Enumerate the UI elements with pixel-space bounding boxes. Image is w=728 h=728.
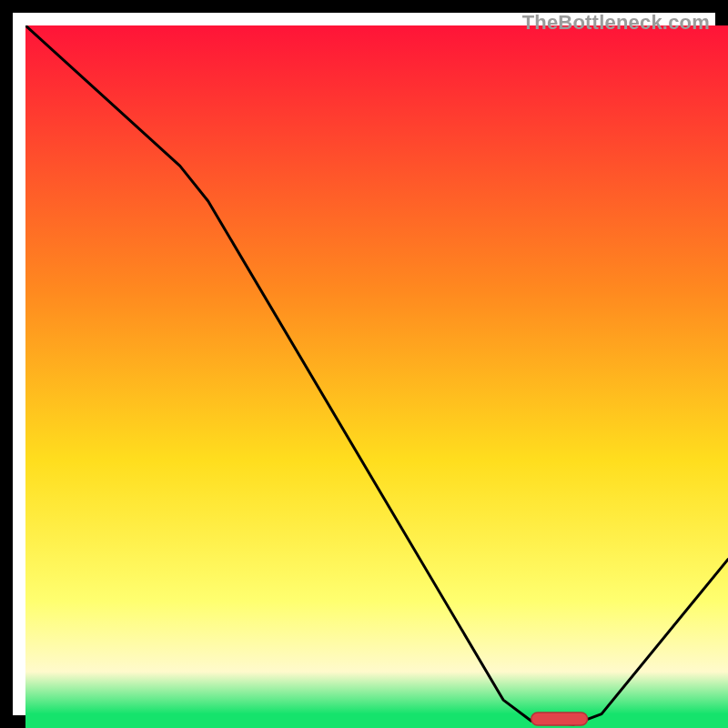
chart-plot-area <box>25 25 728 728</box>
chart-svg <box>25 25 728 728</box>
gradient-background <box>25 25 728 728</box>
optimum-marker <box>531 713 588 725</box>
chart-frame: TheBottleneck.com <box>0 0 728 728</box>
